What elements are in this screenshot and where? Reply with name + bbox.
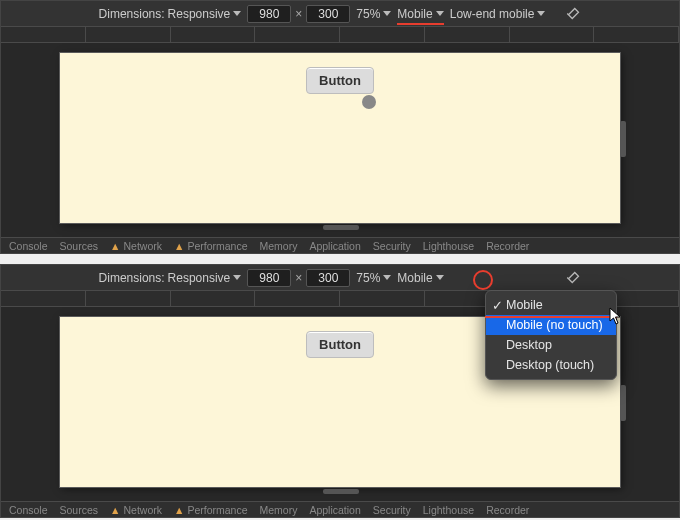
- tab-performance[interactable]: Performance: [187, 504, 247, 516]
- dimensions-dropdown[interactable]: Dimensions: Responsive: [99, 271, 242, 285]
- dimensions-inputs: 980 × 300: [247, 269, 350, 287]
- device-type-dropdown[interactable]: Mobile: [397, 271, 443, 285]
- sample-button[interactable]: Button: [306, 67, 374, 94]
- warning-icon: ▲: [174, 504, 184, 516]
- device-type-value: Mobile: [397, 271, 432, 285]
- dimensions-label: Dimensions:: [99, 7, 165, 21]
- warning-icon: ▲: [110, 240, 120, 252]
- check-icon: ✓: [492, 298, 503, 313]
- zoom-value: 75%: [356, 7, 380, 21]
- resize-handle-bottom[interactable]: [323, 489, 359, 494]
- tab-performance[interactable]: Performance: [187, 240, 247, 252]
- menu-item-label: Desktop (touch): [506, 358, 594, 372]
- zoom-value: 75%: [356, 271, 380, 285]
- tab-lighthouse[interactable]: Lighthouse: [423, 504, 474, 516]
- throttle-dropdown[interactable]: Low-end mobile: [450, 7, 546, 21]
- zoom-dropdown[interactable]: 75%: [356, 271, 391, 285]
- ruler-bar: [1, 27, 679, 43]
- tab-network[interactable]: Network: [123, 504, 162, 516]
- tab-console[interactable]: Console: [9, 504, 48, 516]
- dimensions-dropdown[interactable]: Dimensions: Responsive: [99, 7, 242, 21]
- tab-security[interactable]: Security: [373, 240, 411, 252]
- tab-sources[interactable]: Sources: [60, 240, 99, 252]
- tab-recorder[interactable]: Recorder: [486, 504, 529, 516]
- menu-item-desktop-touch[interactable]: Desktop (touch): [486, 355, 616, 375]
- device-type-value: Mobile: [397, 7, 432, 21]
- dimension-x: ×: [295, 271, 302, 285]
- device-type-menu: ✓ Mobile Mobile (no touch) Desktop Deskt…: [485, 290, 617, 380]
- throttle-value: Low-end mobile: [450, 7, 535, 21]
- chevron-down-icon: [383, 11, 391, 16]
- sample-button[interactable]: Button: [306, 331, 374, 358]
- width-input[interactable]: 980: [247, 269, 291, 287]
- tab-application[interactable]: Application: [309, 504, 360, 516]
- dimensions-inputs: 980 × 300: [247, 5, 350, 23]
- height-input[interactable]: 300: [306, 5, 350, 23]
- tab-sources[interactable]: Sources: [60, 504, 99, 516]
- rotate-icon[interactable]: [565, 6, 581, 22]
- tab-recorder[interactable]: Recorder: [486, 240, 529, 252]
- devtools-panel-before: Dimensions: Responsive 980 × 300 75% Mob…: [0, 0, 680, 254]
- rotate-icon[interactable]: [565, 270, 581, 286]
- tab-application[interactable]: Application: [309, 240, 360, 252]
- menu-item-mobile[interactable]: ✓ Mobile: [486, 295, 616, 315]
- chevron-down-icon: [233, 275, 241, 280]
- device-viewport: Button: [1, 43, 679, 237]
- dimensions-label: Dimensions:: [99, 271, 165, 285]
- menu-item-desktop[interactable]: Desktop: [486, 335, 616, 355]
- rendered-page: Button: [60, 53, 620, 223]
- devtools-panel-after: Dimensions: Responsive 980 × 300 75% Mob…: [0, 264, 680, 518]
- device-toolbar: Dimensions: Responsive 980 × 300 75% Mob…: [1, 1, 679, 27]
- devtools-tabstrip: Console Sources ▲ Network ▲ Performance …: [1, 237, 679, 253]
- width-input[interactable]: 980: [247, 5, 291, 23]
- chevron-down-icon: [436, 275, 444, 280]
- resize-handle-right[interactable]: [620, 385, 626, 421]
- devtools-tabstrip: Console Sources ▲ Network ▲ Performance …: [1, 501, 679, 517]
- chevron-down-icon: [383, 275, 391, 280]
- menu-item-mobile-no-touch[interactable]: Mobile (no touch): [486, 315, 616, 335]
- tab-memory[interactable]: Memory: [260, 504, 298, 516]
- warning-icon: ▲: [174, 240, 184, 252]
- chevron-down-icon: [233, 11, 241, 16]
- tab-security[interactable]: Security: [373, 504, 411, 516]
- tab-memory[interactable]: Memory: [260, 240, 298, 252]
- resize-handle-right[interactable]: [620, 121, 626, 157]
- resize-handle-bottom[interactable]: [323, 225, 359, 230]
- device-toolbar: Dimensions: Responsive 980 × 300 75% Mob…: [1, 265, 679, 291]
- menu-item-label: Mobile: [506, 298, 543, 312]
- touch-cursor-icon: [362, 95, 376, 109]
- tab-network[interactable]: Network: [123, 240, 162, 252]
- menu-item-label: Desktop: [506, 338, 552, 352]
- menu-item-label: Mobile (no touch): [506, 318, 603, 332]
- chevron-down-icon: [537, 11, 545, 16]
- dimensions-value: Responsive: [168, 271, 231, 285]
- dimensions-value: Responsive: [168, 7, 231, 21]
- height-input[interactable]: 300: [306, 269, 350, 287]
- zoom-dropdown[interactable]: 75%: [356, 7, 391, 21]
- dimension-x: ×: [295, 7, 302, 21]
- device-type-dropdown[interactable]: Mobile: [397, 7, 443, 23]
- tab-console[interactable]: Console: [9, 240, 48, 252]
- chevron-down-icon: [436, 11, 444, 16]
- warning-icon: ▲: [110, 504, 120, 516]
- tab-lighthouse[interactable]: Lighthouse: [423, 240, 474, 252]
